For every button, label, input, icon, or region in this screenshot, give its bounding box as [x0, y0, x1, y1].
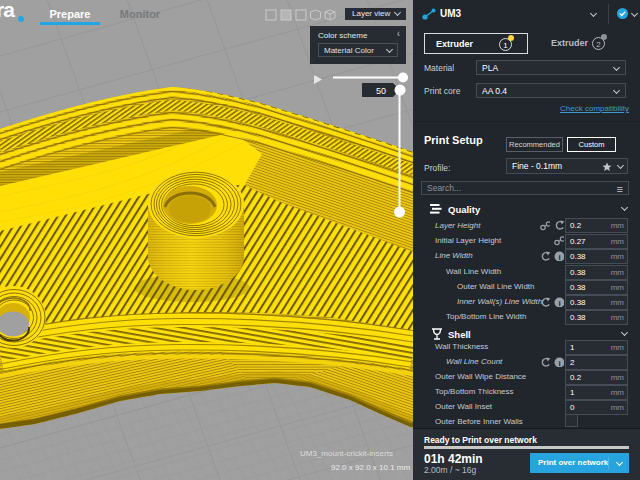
svg-text:i: i — [558, 299, 560, 307]
svg-text:50: 50 — [376, 86, 386, 96]
svg-text:i: i — [558, 359, 560, 367]
svg-text:i: i — [558, 253, 560, 261]
